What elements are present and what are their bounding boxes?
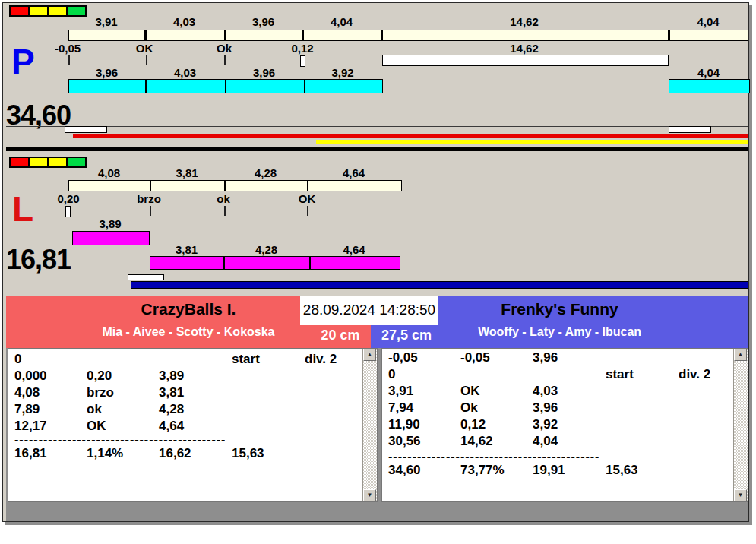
- run-time-label: 3,92: [304, 67, 381, 79]
- result-cell: 14,62: [460, 434, 493, 449]
- split-time-label: 14,62: [381, 16, 668, 28]
- split-time-label: 4,04: [668, 16, 748, 28]
- result-cell: 3,92: [533, 417, 558, 432]
- progress-baseline: [6, 274, 748, 274]
- status-light-red: [9, 5, 30, 17]
- status-light-green: [66, 157, 87, 168]
- status-light-yellow: [47, 5, 68, 17]
- lane-p-run-split-bar-last: [669, 79, 750, 93]
- scrollbar[interactable]: ▲ ▼: [733, 349, 748, 501]
- status-light-yellow: [28, 157, 49, 168]
- lane-p-total-time: 34,60: [6, 102, 71, 129]
- crossing-mark-label: brzo: [130, 193, 168, 205]
- progress-marker-box: [65, 126, 107, 133]
- result-row: 12,17 OK 4,64: [8, 419, 377, 435]
- split-time-label: 4,64: [307, 167, 400, 179]
- split-time-label: 4,08: [68, 167, 150, 179]
- crossing-mark-label: OK: [125, 43, 163, 55]
- bar-divider: [381, 30, 383, 41]
- triangle-down-icon: ▼: [364, 490, 375, 500]
- lane-p-run-splits-bar: [68, 79, 305, 93]
- result-total-row: 16,81 1,14% 16,62 15,63: [8, 446, 377, 463]
- result-cell: 4,03: [533, 384, 558, 399]
- run-time-label: 4,28: [223, 244, 309, 256]
- result-cell: 4,28: [159, 402, 184, 417]
- result-cell: OK: [87, 419, 106, 434]
- crossing-mark-label: ok: [204, 193, 242, 205]
- result-cell: 3,91: [388, 384, 413, 399]
- tick-mark: [68, 55, 70, 65]
- result-cell: div. 2: [679, 367, 710, 382]
- result-row: 7,94 Ok 3,96: [382, 400, 748, 417]
- result-cell: brzo: [87, 385, 114, 400]
- result-row: 7,89 ok 4,28: [8, 402, 377, 419]
- panel-divider: [6, 147, 748, 151]
- race-progress-bar-blue: [131, 281, 748, 289]
- lane-p-label: P: [11, 44, 35, 79]
- run-time-label: 4,03: [145, 67, 225, 79]
- status-light-yellow: [28, 5, 49, 17]
- result-row: 30,56 14,62 4,04: [382, 434, 748, 451]
- result-cell: 15,63: [606, 463, 638, 478]
- tick-mark: [150, 206, 151, 216]
- result-row: 11,90 0,12 3,92: [382, 417, 748, 434]
- result-cell: 73,77%: [460, 463, 505, 478]
- split-time-label: 4,04: [302, 16, 381, 28]
- tick-mark: [224, 206, 226, 216]
- lane-p-pending-split-bar: [382, 55, 669, 66]
- result-cell: 34,60: [388, 463, 421, 478]
- bar-divider: [225, 79, 226, 93]
- datetime-display: 28.09.2024 14:28:50: [300, 296, 438, 325]
- lane-l-label: L: [12, 191, 33, 226]
- run-time-label: 3,81: [150, 244, 223, 256]
- result-cell: 4,64: [159, 419, 184, 434]
- result-cell: div. 2: [305, 352, 337, 367]
- result-cell: 0,20: [87, 368, 112, 384]
- scroll-up-button[interactable]: ▲: [363, 349, 376, 361]
- bar-divider: [224, 30, 226, 41]
- scroll-down-button[interactable]: ▼: [363, 489, 376, 501]
- result-cell: start: [606, 367, 634, 382]
- race-progress-bar-yellow: [316, 140, 748, 144]
- jump-height-right: 27,5 cm: [372, 327, 441, 343]
- flyball-timer-app: P 3,91 4,03 3,96 4,04 14,62 4,04 -0,05 O…: [0, 0, 756, 544]
- result-cell: 3,96: [533, 350, 558, 365]
- result-cell: 11,90: [388, 417, 420, 432]
- results-separator: ----------------------------------------…: [14, 437, 225, 444]
- result-cell: 7,94: [388, 400, 413, 416]
- results-list-left[interactable]: 0 start div. 2 0,000 0,20 3,89 4,08 brzo…: [8, 348, 378, 502]
- result-cell: start: [232, 352, 260, 367]
- result-cell: 3,96: [533, 400, 558, 416]
- scrollbar[interactable]: ▲ ▼: [362, 349, 377, 501]
- lane-l-status-lights: [9, 157, 87, 168]
- lane-l-run-splits-bar: [150, 256, 400, 270]
- bar-divider: [223, 256, 225, 270]
- result-row: 0,000 0,20 3,89: [8, 368, 377, 385]
- lane-p-ideal-splits-bar: [68, 30, 748, 41]
- progress-baseline: [6, 126, 748, 127]
- result-row: 0 start div. 2: [8, 352, 377, 368]
- result-cell: 3,81: [159, 385, 184, 400]
- bar-divider: [224, 180, 226, 191]
- result-cell: 16,81: [14, 446, 47, 461]
- result-cell: 16,62: [159, 446, 191, 461]
- results-list-right[interactable]: -0,05 -0,05 3,96 0 start div. 2 3,91 OK …: [381, 348, 748, 502]
- bar-divider: [668, 30, 670, 41]
- lane-l-total-time: 16,81: [6, 246, 71, 274]
- result-cell: 4,04: [533, 434, 558, 449]
- split-time-label: 3,91: [68, 16, 144, 28]
- result-cell: -0,05: [460, 350, 490, 365]
- result-cell: 19,91: [533, 463, 565, 478]
- status-light-red: [9, 157, 30, 168]
- tick-mark: [307, 206, 308, 216]
- triangle-up-icon: ▲: [735, 349, 746, 359]
- scroll-down-button[interactable]: ▼: [734, 489, 747, 501]
- result-cell: OK: [460, 384, 480, 399]
- tick-marker-box: [65, 206, 71, 217]
- bar-divider: [307, 180, 308, 191]
- scroll-up-button[interactable]: ▲: [734, 349, 747, 361]
- result-cell: 0: [388, 367, 395, 382]
- result-cell: 15,63: [232, 446, 264, 461]
- result-cell: 0: [14, 352, 21, 367]
- result-cell: 7,89: [14, 402, 40, 417]
